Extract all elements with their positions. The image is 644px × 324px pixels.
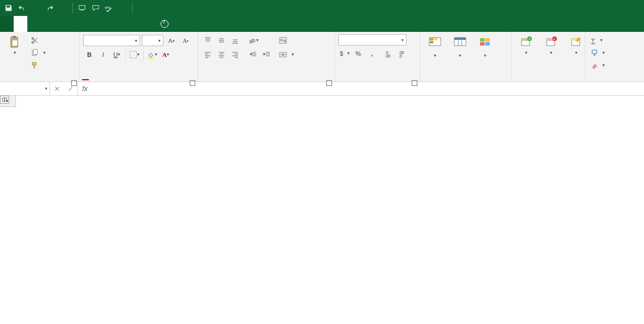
copy-icon <box>31 49 39 57</box>
tab-review[interactable] <box>96 16 109 32</box>
font-name-select[interactable]: ▾ <box>83 35 140 46</box>
autosum-button[interactable]: ∑ ▾ <box>589 34 605 47</box>
redo-icon[interactable] <box>43 2 56 14</box>
fx-icon[interactable]: fx <box>78 82 92 95</box>
undo-dropdown-icon[interactable]: ▾ <box>30 1 42 14</box>
align-left-button[interactable] <box>202 48 214 61</box>
svg-rect-4 <box>13 36 16 38</box>
fill-color-button[interactable]: ▾ <box>146 48 158 61</box>
spellcheck-dropdown-icon[interactable]: ▾ <box>117 1 129 14</box>
format-painter-button[interactable] <box>28 59 48 72</box>
save-icon[interactable] <box>2 2 15 14</box>
autofill-options-button[interactable] <box>0 96 9 104</box>
tab-file[interactable] <box>0 16 14 32</box>
tab-data[interactable] <box>82 16 96 32</box>
group-label-cells <box>515 79 581 80</box>
number-format-select[interactable]: ▾ <box>338 34 407 46</box>
tab-view[interactable] <box>109 16 123 32</box>
conditional-formatting-button[interactable]: ▾ <box>424 34 446 59</box>
align-bottom-button[interactable] <box>229 34 241 47</box>
cell-styles-icon <box>478 35 492 49</box>
svg-rect-0 <box>79 6 85 10</box>
svg-rect-52 <box>434 38 437 40</box>
tab-wpspdf[interactable] <box>137 16 150 32</box>
separator <box>143 50 143 60</box>
dialog-launcher-icon[interactable] <box>412 80 417 86</box>
cell-styles-button[interactable]: ▾ <box>474 34 497 59</box>
quick-access-toolbar: ▾ ▾ abc ▾ ▾ <box>2 2 148 14</box>
svg-rect-55 <box>454 38 466 40</box>
delete-cells-button[interactable]: ×▾ <box>540 34 563 56</box>
group-editing: ∑ ▾ ▾ ▾ <box>585 32 633 81</box>
merge-center-button[interactable]: ▾ <box>277 48 296 61</box>
decrease-font-button[interactable]: A▾ <box>179 34 192 47</box>
group-label-editing <box>589 79 630 80</box>
format-as-table-button[interactable]: ▾ <box>449 34 471 59</box>
copy-button[interactable]: ▾ <box>28 47 48 59</box>
clear-button[interactable]: ▾ <box>589 59 607 72</box>
tab-home[interactable] <box>14 16 27 32</box>
align-right-button[interactable] <box>229 48 241 61</box>
qat-separator-2 <box>132 3 133 13</box>
align-middle-button[interactable] <box>215 34 228 47</box>
redo-dropdown-icon[interactable]: ▾ <box>57 1 69 14</box>
device-icon[interactable] <box>76 2 88 14</box>
dialog-launcher-icon[interactable] <box>190 80 195 86</box>
insert-cells-button[interactable]: +▾ <box>515 34 538 56</box>
decrease-decimal-button[interactable]: .00.0 <box>396 47 409 60</box>
cancel-formula-button[interactable]: ✕ <box>50 85 64 93</box>
tab-help[interactable] <box>123 16 137 32</box>
cond-format-icon <box>428 35 442 49</box>
fill-button[interactable]: ▾ <box>589 47 607 59</box>
dialog-launcher-icon[interactable] <box>326 80 332 86</box>
tab-insert[interactable] <box>41 16 55 32</box>
fill-down-icon <box>591 50 598 56</box>
table-icon <box>453 35 467 49</box>
dialog-launcher-icon[interactable] <box>71 80 77 86</box>
group-cells: +▾ ×▾ ▾ <box>511 32 585 81</box>
bold-button[interactable]: B <box>83 48 96 61</box>
tab-pagelayout[interactable] <box>55 16 68 32</box>
undo-icon[interactable] <box>16 2 28 14</box>
increase-decimal-button[interactable]: .0.00 <box>383 47 395 60</box>
group-styles: ▾ ▾ ▾ <box>420 32 511 81</box>
chat-icon[interactable] <box>89 2 102 14</box>
chevron-down-icon: ▾ <box>14 50 16 55</box>
svg-rect-73 <box>2 98 5 101</box>
percent-button[interactable]: % <box>352 47 364 60</box>
underline-button[interactable]: U ▾ <box>110 48 123 61</box>
tab-formulas[interactable] <box>68 16 82 32</box>
paste-button[interactable]: ▾ <box>3 34 26 56</box>
font-color-button[interactable]: A▾ <box>159 48 172 61</box>
svg-text:+: + <box>528 37 531 41</box>
align-top-button[interactable] <box>202 34 214 47</box>
group-alignment: ab▾ ab ▾ <box>198 32 335 81</box>
spellcheck-icon[interactable]: abc <box>103 2 116 14</box>
orientation-button[interactable]: ab▾ <box>247 34 260 47</box>
tell-me-search[interactable] <box>154 16 179 32</box>
chevron-down-icon: ▾ <box>43 50 46 55</box>
decrease-indent-button[interactable] <box>247 48 260 61</box>
accounting-button[interactable]: $▾ <box>338 47 351 60</box>
font-size-select[interactable]: ▾ <box>142 35 163 46</box>
worksheet-grid[interactable] <box>0 96 644 324</box>
svg-text:.00: .00 <box>385 54 391 58</box>
chevron-down-icon[interactable]: ▾ <box>45 86 47 91</box>
cut-button[interactable] <box>28 34 48 47</box>
tab-newtab[interactable] <box>27 16 41 32</box>
align-center-button[interactable] <box>215 48 228 61</box>
wrap-text-button[interactable]: ab <box>277 34 296 47</box>
svg-rect-5 <box>12 40 18 46</box>
borders-button[interactable]: ▾ <box>128 48 141 61</box>
comma-button[interactable]: , <box>366 47 378 60</box>
increase-font-button[interactable]: A▴ <box>165 34 178 47</box>
name-box-input[interactable] <box>2 85 36 93</box>
name-box[interactable]: ▾ <box>0 82 50 95</box>
svg-rect-61 <box>485 42 490 46</box>
increase-indent-button[interactable] <box>261 48 273 61</box>
formula-input[interactable] <box>92 82 644 95</box>
qat-customize-icon[interactable]: ▾ <box>136 1 148 14</box>
format-cells-button[interactable]: ▾ <box>565 34 588 56</box>
italic-button[interactable]: I <box>97 48 109 61</box>
ribbon-tabs <box>0 16 644 32</box>
